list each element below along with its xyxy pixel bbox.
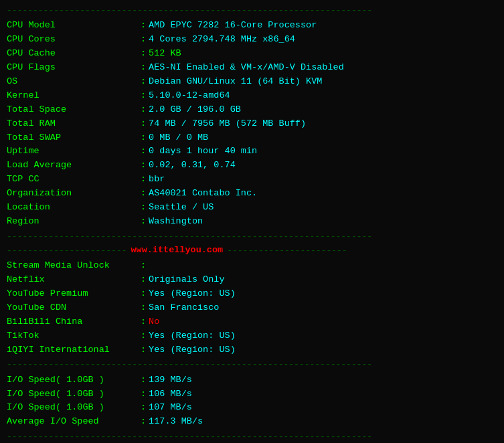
org-label: Organization [7,187,141,201]
cpu-cores-row: CPU Cores : 4 Cores 2794.748 MHz x86_64 [7,33,497,47]
org-value: AS40021 Contabo Inc. [149,187,257,201]
youtube-premium-value: Yes (Region: US) [149,287,236,301]
cpu-cache-row: CPU Cache : 512 KB [7,47,497,61]
os-row: OS : Debian GNU/Linux 11 (64 Bit) KVM [7,75,497,89]
youtube-cdn-label: YouTube CDN [7,301,141,315]
bilibili-row: BiliBili China : No [7,315,497,329]
total-ram-value: 74 MB / 7956 MB (572 MB Buff) [149,117,306,131]
stream-label: Stream Media Unlock [7,259,141,273]
netflix-value: Originals Only [149,273,224,287]
cpu-flags-value: AES-NI Enabled & VM-x/AMD-V Disabled [149,61,344,75]
org-row: Organization : AS40021 Contabo Inc. [7,187,497,201]
location-label: Location [7,201,141,215]
netflix-row: Netflix : Originals Only [7,273,497,287]
total-swap-row: Total SWAP : 0 MB / 0 MB [7,131,497,145]
location-row: Location : Seattle / US [7,201,497,215]
cpu-cores-value: 4 Cores 2794.748 MHz x86_64 [149,33,295,47]
bilibili-value: No [149,315,159,329]
divider-1: ----------------------------------------… [7,4,497,17]
avg-io-label: Average I/O Speed [7,415,141,429]
load-avg-row: Load Average : 0.02, 0.31, 0.74 [7,159,497,173]
divider-3: ----------------------------------------… [7,358,497,371]
uptime-value: 0 days 1 hour 40 min [149,145,257,159]
iqiyi-row: iQIYI International : Yes (Region: US) [7,343,497,357]
cpu-flags-label: CPU Flags [7,61,141,75]
cpu-cache-value: 512 KB [149,47,181,61]
watermark-text: www.ittellyou.com [131,244,223,258]
region-value: Washington [149,215,203,229]
kernel-value: 5.10.0-12-amd64 [149,89,230,103]
total-space-label: Total Space [7,103,141,117]
divider-2b: ----------------------- [227,244,347,258]
io-speed1-row: I/O Speed( 1.0GB ) : 139 MB/s [7,373,497,387]
stream-header-row: Stream Media Unlock : [7,259,497,273]
os-value: Debian GNU/Linux 11 (64 Bit) KVM [149,75,322,89]
cpu-model-value: AMD EPYC 7282 16-Core Processor [149,19,317,33]
tcp-cc-row: TCP CC : bbr [7,173,497,187]
divider-2a: ----------------------- [7,244,127,258]
divider-left: ----------------------------------------… [7,230,497,244]
io-speed1-label: I/O Speed( 1.0GB ) [7,373,141,387]
youtube-cdn-value: San Francisco [149,301,219,315]
region-label: Region [7,215,141,229]
avg-io-value: 117.3 MB/s [149,415,203,429]
region-row: Region : Washington [7,215,497,229]
bilibili-label: BiliBili China [7,315,141,329]
tiktok-value: Yes (Region: US) [149,329,236,343]
cpu-cores-label: CPU Cores [7,33,141,47]
uptime-label: Uptime [7,145,141,159]
youtube-premium-row: YouTube Premium : Yes (Region: US) [7,287,497,301]
io-speed2-label: I/O Speed( 1.0GB ) [7,387,141,402]
total-ram-label: Total RAM [7,117,141,131]
iqiyi-label: iQIYI International [7,343,141,357]
location-value: Seattle / US [149,201,214,215]
tcp-cc-value: bbr [149,173,165,187]
terminal-output: ----------------------------------------… [7,4,497,443]
iqiyi-value: Yes (Region: US) [149,343,236,357]
cpu-model-row: CPU Model : AMD EPYC 7282 16-Core Proces… [7,19,497,33]
load-avg-value: 0.02, 0.31, 0.74 [149,159,236,173]
stream-section: Stream Media Unlock : Netflix : Original… [7,259,497,357]
tiktok-row: TikTok : Yes (Region: US) [7,329,497,343]
tcp-cc-label: TCP CC [7,173,141,187]
cpu-model-label: CPU Model [7,19,141,33]
tiktok-label: TikTok [7,329,141,343]
kernel-row: Kernel : 5.10.0-12-amd64 [7,89,497,103]
io-speed2-value: 106 MB/s [149,387,192,402]
total-space-value: 2.0 GB / 196.0 GB [149,103,241,117]
netflix-label: Netflix [7,273,141,287]
cpu-flags-row: CPU Flags : AES-NI Enabled & VM-x/AMD-V … [7,61,497,75]
os-label: OS [7,75,141,89]
colon-1: : [141,19,146,33]
io-speed3-label: I/O Speed( 1.0GB ) [7,401,141,415]
avg-io-row: Average I/O Speed : 117.3 MB/s [7,415,497,429]
io-section: I/O Speed( 1.0GB ) : 139 MB/s I/O Speed(… [7,373,497,430]
total-swap-value: 0 MB / 0 MB [149,131,208,145]
total-swap-label: Total SWAP [7,131,141,145]
kernel-label: Kernel [7,89,141,103]
divider-4: ----------------------------------------… [7,430,497,443]
cpu-section: CPU Model : AMD EPYC 7282 16-Core Proces… [7,19,497,229]
youtube-cdn-row: YouTube CDN : San Francisco [7,301,497,315]
divider-watermark-row: ----------------------------------------… [7,230,497,244]
total-space-row: Total Space : 2.0 GB / 196.0 GB [7,103,497,117]
youtube-premium-label: YouTube Premium [7,287,141,301]
uptime-row: Uptime : 0 days 1 hour 40 min [7,145,497,159]
cpu-cache-label: CPU Cache [7,47,141,61]
io-speed3-value: 107 MB/s [149,401,192,415]
total-ram-row: Total RAM : 74 MB / 7956 MB (572 MB Buff… [7,117,497,131]
io-speed1-value: 139 MB/s [149,373,192,387]
io-speed3-row: I/O Speed( 1.0GB ) : 107 MB/s [7,401,497,415]
divider-watermark-section: ----------------------- www.ittellyou.co… [7,244,497,258]
load-avg-label: Load Average [7,159,141,173]
io-speed2-row: I/O Speed( 1.0GB ) : 106 MB/s [7,387,497,402]
